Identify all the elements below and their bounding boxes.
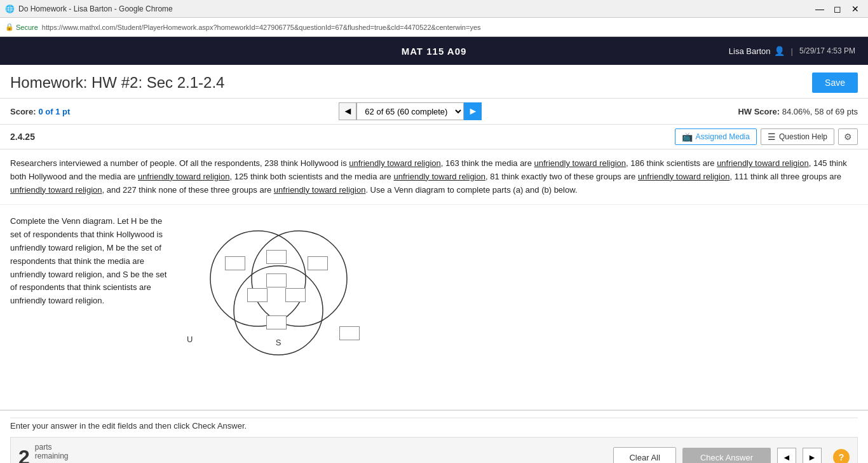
venn-input-h-only[interactable] <box>225 256 245 270</box>
gear-icon: ⚙ <box>844 132 852 142</box>
venn-instructions: Complete the Venn diagram. Let H be the … <box>10 215 169 349</box>
footer-nav-next[interactable]: ► <box>803 448 822 463</box>
help-button[interactable]: ? <box>833 449 850 463</box>
course-title: MAT 115 A09 <box>402 46 467 57</box>
venn-input-hms[interactable] <box>266 273 287 287</box>
homework-title: Homework: HW #2: Sec 2.1-2.4 <box>10 74 224 92</box>
datetime: 5/29/17 4:53 PM <box>799 46 855 55</box>
navigation-center: ◄ 62 of 65 (60 complete) ► <box>83 102 738 120</box>
footer-hint: Enter your answer in the edit fields and… <box>10 417 858 437</box>
venn-diagram: U H M S <box>182 215 372 349</box>
media-icon: 📺 <box>682 132 693 142</box>
parts-remaining: 2 parts remaining <box>18 443 98 463</box>
h-circle <box>210 231 306 326</box>
label-u: U <box>187 335 193 344</box>
homework-header: Homework: HW #2: Sec 2.1-2.4 Save <box>0 65 868 99</box>
divider: | <box>791 46 793 56</box>
s-label: S <box>276 338 281 347</box>
venn-input-s-only[interactable] <box>266 315 287 329</box>
score-value: 0 of 1 pt <box>38 107 70 116</box>
username: Lisa Barton <box>729 46 771 56</box>
browser-icon: 🌐 <box>5 4 15 13</box>
close-button[interactable]: ✕ <box>848 3 863 15</box>
hw-score: HW Score: 84.06%, 58 of 69 pts <box>738 107 858 116</box>
titlebar: 🌐 Do Homework - Lisa Barton - Google Chr… <box>0 0 868 18</box>
question-selector[interactable]: 62 of 65 (60 complete) <box>356 102 464 120</box>
footer-nav-prev[interactable]: ◄ <box>777 448 796 463</box>
settings-button[interactable]: ⚙ <box>838 128 858 145</box>
problem-text: Researchers interviewed a number of peop… <box>0 149 868 205</box>
hw-score-value: 84.06%, 58 of 69 pts <box>782 107 858 116</box>
clear-all-button[interactable]: Clear All <box>613 447 675 463</box>
parts-number: 2 <box>18 446 30 463</box>
user-info: Lisa Barton 👤 <box>729 46 785 56</box>
restore-button[interactable]: ◻ <box>830 3 845 15</box>
check-answer-button[interactable]: Check Answer <box>682 448 771 463</box>
venn-input-hs-only[interactable] <box>247 288 268 302</box>
score-label: Score: <box>10 107 36 116</box>
app-header: MAT 115 A09 Lisa Barton 👤 | 5/29/17 4:53… <box>0 37 868 65</box>
urlbar: 🔒 Secure https://www.mathxl.com/Student/… <box>0 18 868 37</box>
question-help-button[interactable]: ☰ Question Help <box>761 128 834 145</box>
question-header: 2.4.25 📺 Assigned Media ☰ Question Help … <box>0 125 868 149</box>
score-nav-bar: Score: 0 of 1 pt ◄ 62 of 65 (60 complete… <box>0 99 868 125</box>
venn-input-none[interactable] <box>339 326 360 340</box>
user-icon: 👤 <box>774 46 785 56</box>
venn-input-ms-only[interactable] <box>285 288 306 302</box>
save-button[interactable]: Save <box>812 73 858 93</box>
venn-section: Complete the Venn diagram. Let H be the … <box>0 205 868 359</box>
list-icon: ☰ <box>768 132 776 142</box>
window-controls: — ◻ ✕ <box>812 3 863 15</box>
secure-badge: 🔒 Secure <box>5 23 38 31</box>
question-actions: 📺 Assigned Media ☰ Question Help ⚙ <box>675 128 858 145</box>
titlebar-title: Do Homework - Lisa Barton - Google Chrom… <box>18 4 812 13</box>
nav-prev-button[interactable]: ◄ <box>339 102 356 120</box>
venn-input-hm-only[interactable] <box>266 250 287 264</box>
venn-input-m-only[interactable] <box>308 256 328 270</box>
question-number: 2.4.25 <box>10 132 35 142</box>
footer-actions: 2 parts remaining Clear All Check Answer… <box>10 437 858 463</box>
lock-icon: 🔒 <box>5 23 14 31</box>
hw-score-label: HW Score: <box>738 107 780 116</box>
url-text[interactable]: https://www.mathxl.com/Student/PlayerHom… <box>42 24 863 31</box>
minimize-button[interactable]: — <box>812 3 827 15</box>
assigned-media-button[interactable]: 📺 Assigned Media <box>675 128 757 145</box>
footer-area: Enter your answer in the edit fields and… <box>0 410 868 463</box>
parts-label: parts remaining <box>35 443 98 463</box>
nav-next-button[interactable]: ► <box>464 102 482 120</box>
